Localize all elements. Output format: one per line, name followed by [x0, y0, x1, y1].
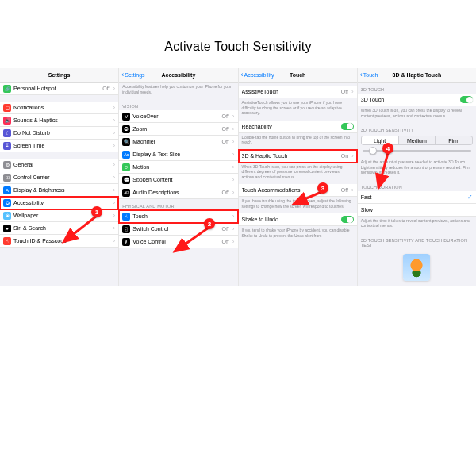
back-label: Accessibility: [244, 72, 274, 78]
row-label: Fast: [361, 194, 465, 200]
row-label: Display & Text Size: [132, 152, 230, 157]
chevron-right-icon: ›: [232, 238, 235, 245]
panel-accessibility: ‹Settings Accessibility Accessibility fe…: [119, 68, 238, 286]
row-voiceover[interactable]: V VoiceOver Off ›: [119, 110, 237, 123]
chevron-left-icon: ‹: [121, 71, 124, 79]
seg-medium[interactable]: Medium: [399, 136, 436, 144]
zoom-icon: ⦿: [122, 125, 130, 133]
siri-icon: ●: [3, 225, 11, 232]
row-label: Touch: [132, 213, 230, 219]
callout-2: 2: [204, 218, 215, 229]
chevron-right-icon: ›: [113, 85, 116, 92]
row-reachability[interactable]: Reachability: [239, 121, 357, 133]
nav-accessibility: ‹Settings Accessibility: [119, 68, 237, 83]
row-audio-desc[interactable]: AD Audio Descriptions Off ›: [119, 186, 237, 199]
row-value: Off: [222, 190, 229, 195]
3dtouch-desc: When 3D Touch is on, you can press the d…: [358, 106, 476, 123]
nav-title: Touch: [290, 72, 305, 78]
gear-icon: ⚙︎: [3, 161, 11, 169]
row-general[interactable]: ⚙︎ General ›: [0, 159, 118, 171]
row-shake-undo[interactable]: Shake to Undo: [239, 213, 357, 226]
3dtouch-toggle[interactable]: [460, 96, 473, 103]
nav-title: 3D & Haptic Touch: [393, 72, 442, 78]
row-voice-control[interactable]: 🎙 Voice Control Off ›: [119, 236, 237, 248]
row-siri[interactable]: ● Siri & Search ›: [0, 222, 118, 235]
row-motion[interactable]: ⟳ Motion ›: [119, 161, 237, 174]
chevron-right-icon: ›: [232, 163, 235, 171]
wallpaper-icon: ❀: [3, 212, 11, 220]
row-assistivetouch[interactable]: AssistiveTouch Off ›: [239, 86, 357, 98]
row-spoken[interactable]: 💬 Spoken Content ›: [119, 174, 237, 186]
row-label: Spoken Content: [132, 177, 230, 182]
row-control-center[interactable]: ⊞ Control Center ›: [0, 171, 118, 184]
row-label: Audio Descriptions: [132, 190, 219, 195]
row-fast[interactable]: Fast ✓: [358, 191, 476, 204]
row-label: Magnifier: [132, 139, 219, 144]
row-personal-hotspot[interactable]: 🔗 Personal Hotspot Off ›: [0, 83, 118, 95]
row-sounds[interactable]: 🔊 Sounds & Haptics ›: [0, 114, 118, 127]
back-button[interactable]: ‹Settings: [121, 71, 144, 79]
row-display[interactable]: A Display & Brightness ›: [0, 184, 118, 197]
accommodations-desc: If you have trouble using the touch scre…: [239, 197, 357, 213]
sensitivity-desc: Adjust the amount of pressure needed to …: [358, 158, 476, 180]
chevron-right-icon: ›: [232, 213, 235, 220]
chevron-right-icon: ›: [113, 225, 116, 232]
row-magnifier[interactable]: 🔍 Magnifier Off ›: [119, 136, 237, 148]
nav-title: Accessibility: [161, 72, 195, 78]
row-label: VoiceOver: [132, 113, 219, 119]
assistivetouch-desc: AssistiveTouch allows you to use your iP…: [239, 98, 357, 121]
chevron-right-icon: ›: [113, 174, 116, 181]
seg-light[interactable]: Light: [362, 136, 399, 144]
row-label: Touch ID & Passcode: [13, 238, 111, 244]
test-header: 3D TOUCH SENSITIVITY AND TOUCH DURATION …: [358, 233, 476, 249]
row-dnd[interactable]: ☾ Do Not Disturb ›: [0, 127, 118, 140]
shake-toggle[interactable]: [341, 216, 354, 223]
row-value: Off: [222, 226, 229, 232]
chevron-left-icon: ‹: [360, 71, 363, 79]
switch-icon: ⌺: [122, 225, 130, 233]
reachability-toggle[interactable]: [341, 123, 354, 130]
row-display-text[interactable]: Aa Display & Text Size ›: [119, 148, 237, 161]
row-label: AssistiveTouch: [242, 89, 339, 94]
nav-title: Settings: [48, 72, 71, 78]
row-value: On: [341, 153, 348, 159]
row-switch[interactable]: ⌺ Switch Control Off ›: [119, 223, 237, 236]
row-label: Personal Hotspot: [13, 86, 100, 91]
row-label: Reachability: [242, 124, 339, 129]
row-zoom[interactable]: ⦿ Zoom Off ›: [119, 123, 237, 136]
chevron-right-icon: ›: [113, 237, 116, 244]
test-image[interactable]: [403, 254, 430, 281]
row-touch[interactable]: ☝︎ Touch ›: [119, 210, 237, 223]
row-slow[interactable]: Slow: [358, 204, 476, 217]
row-notifications[interactable]: ◻︎ Notifications ›: [0, 102, 118, 114]
row-value: Off: [222, 126, 229, 132]
chevron-right-icon: ›: [351, 88, 354, 95]
row-label: Control Center: [13, 175, 111, 180]
chevron-right-icon: ›: [113, 117, 116, 124]
row-3d-haptic[interactable]: 3D & Haptic Touch On ›: [239, 150, 357, 163]
motion-icon: ⟳: [122, 163, 130, 171]
touch-icon: ☝︎: [122, 213, 130, 221]
row-3dtouch-toggle[interactable]: 3D Touch: [358, 94, 476, 106]
sensitivity-segmented[interactable]: Light Medium Firm: [361, 136, 473, 145]
back-button[interactable]: ‹Touch: [360, 71, 378, 79]
link-icon: 🔗: [3, 85, 11, 93]
duration-header: TOUCH DURATION: [358, 180, 476, 191]
panel-touch: ‹Accessibility Touch AssistiveTouch Off …: [239, 68, 358, 286]
3dtouch-header: 3D TOUCH: [358, 83, 476, 94]
row-value: Off: [222, 239, 229, 244]
back-button[interactable]: ‹Accessibility: [241, 71, 274, 79]
row-label: Shake to Undo: [242, 217, 339, 222]
callout-3: 3: [317, 182, 328, 194]
seg-firm[interactable]: Firm: [436, 136, 472, 144]
row-screentime[interactable]: ⌛︎ Screen Time ›: [0, 140, 118, 152]
check-icon: ✓: [467, 194, 473, 201]
row-label: Siri & Search: [13, 225, 111, 231]
row-touchid[interactable]: ☝︎ Touch ID & Passcode ›: [0, 235, 118, 248]
sensitivity-slider[interactable]: [363, 147, 471, 155]
chevron-right-icon: ›: [113, 199, 116, 206]
row-label: Zoom: [132, 126, 219, 132]
chevron-right-icon: ›: [113, 129, 116, 136]
row-touch-accommodations[interactable]: Touch Accommodations Off ›: [239, 184, 357, 197]
chevron-right-icon: ›: [351, 186, 354, 194]
